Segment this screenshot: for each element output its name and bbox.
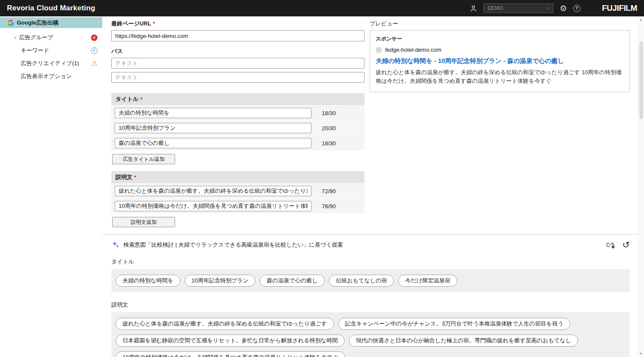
char-counter: 72/90 (322, 188, 336, 194)
sidebar-item-google-ads[interactable]: Google広告出稿 (0, 17, 102, 28)
ad-preview-card: スポンサー fedge-hotel-demo.com 夫婦の特別な時間を - 1… (370, 30, 630, 92)
top-bar: Revoria Cloud Marketing DEMO ∨ ⚙ ? FUJIF… (0, 0, 644, 16)
sponsor-label: スポンサー (376, 35, 624, 43)
title-row: 18/30 (111, 135, 364, 150)
description-input-2[interactable] (115, 201, 311, 211)
suggested-descriptions-label: 説明文 (111, 301, 630, 309)
description-row: 72/90 (111, 183, 364, 198)
sidebar-item-keywords[interactable]: キーワード ✓ (0, 45, 102, 56)
editor-and-preview: 最終ページURL* パス タイトル* 18/30 20/30 (111, 18, 630, 227)
header-actions: DEMO ∨ ⚙ ? FUJIFILM (469, 3, 637, 13)
description-suggestion-chip[interactable]: 10周年の特別価格は今だけ。夫婦関係を見つめ直す森の温泉リトリート体験を今すぐ (116, 351, 345, 357)
required-mark: * (153, 20, 155, 27)
description-input-1[interactable] (115, 186, 311, 196)
required-mark: * (134, 174, 136, 181)
account-select-value: DEMO (487, 5, 503, 11)
path-input-1[interactable] (111, 58, 364, 69)
error-icon: × (91, 34, 97, 41)
description-suggestion-chip[interactable]: 現代の快適さと日本の心が融合した極上の宿。専門職の疲れを癒す至高のおもてなし (349, 335, 578, 347)
char-counter: 76/90 (322, 203, 336, 210)
domain-row: fedge-hotel-demo.com (376, 47, 624, 53)
preview-domain: fedge-hotel-demo.com (385, 47, 441, 53)
title-suggestion-chip[interactable]: 今だけ限定温泉宿 (398, 275, 457, 287)
refresh-icon[interactable]: ↺ (622, 240, 630, 249)
section-divider (102, 234, 638, 235)
sidebar-item-label: Google広告出稿 (17, 19, 59, 27)
add-description-button[interactable]: 説明文追加 (112, 217, 175, 227)
suggested-titles-box: 夫婦の特別な時間を 10周年記念特別プラン 森の温泉で心の癒し 伝統おもてなしの… (111, 269, 630, 292)
title-suggestion-chip[interactable]: 森の温泉で心の癒し (260, 275, 324, 287)
main-content: 最終ページURL* パス タイトル* 18/30 20/30 (102, 16, 638, 357)
sparkle-icon (111, 241, 119, 249)
fujifilm-logo: FUJIFILM (602, 3, 638, 13)
help-icon[interactable]: ? (573, 5, 581, 12)
suggested-titles-label: タイトル (111, 258, 630, 266)
sidebar-item-ad-group[interactable]: ∨ 広告グループ × (0, 32, 102, 43)
title-suggestion-chip[interactable]: 10周年記念特別プラン (185, 275, 255, 287)
final-url-label-text: 最終ページURL (111, 20, 151, 27)
preview-ad-description: 疲れた心と体を森の温泉が癒す。夫婦の絆を深める伝統の和室でゆったり過ごす 10周… (376, 68, 624, 85)
title-rows: 18/30 20/30 18/30 (111, 105, 364, 150)
title-input-1[interactable] (115, 108, 311, 118)
description-suggestion-chip[interactable]: 日本庭園を望む静寂の空間で五感をリセット。多忙な日常から解放される特別な時間 (116, 335, 345, 347)
ad-form: 最終ページURL* パス タイトル* 18/30 20/30 (111, 18, 364, 227)
sidebar: Google広告出稿 ∨ 広告グループ × キーワード ✓ 広告クリエイティブ(… (0, 16, 102, 357)
description-suggestion-chip[interactable]: 疲れた心と体を森の温泉が癒す。夫婦の絆を深める伝統の和室でゆったり過ごす (116, 318, 334, 330)
chevron-down-icon: ∨ (547, 6, 550, 10)
page-body: Google広告出稿 ∨ 広告グループ × キーワード ✓ 広告クリエイティブ(… (0, 16, 644, 357)
suggestion-actions: ↺ (606, 240, 630, 249)
scrollbar-thumb[interactable] (639, 41, 643, 119)
scroll-down-arrow[interactable]: ▼ (639, 352, 643, 356)
account-select[interactable]: DEMO ∨ (484, 3, 553, 13)
description-suggestion-chip[interactable]: 記念キャンペーン中の今がチャンス。3万円台で叶う本格温泉体験で人生の節目を祝う (338, 318, 570, 330)
required-mark: * (140, 96, 142, 103)
title-suggestion-chip[interactable]: 伝統おもてなしの宿 (329, 275, 394, 287)
final-url-label: 最終ページURL* (111, 20, 364, 28)
sidebar-item-label: 広告グループ (19, 34, 53, 41)
app-title: Revoria Cloud Marketing (7, 4, 95, 13)
user-icon[interactable] (469, 4, 478, 13)
preview-panel: プレビュー スポンサー fedge-hotel-demo.com 夫婦の特別な時… (370, 18, 630, 227)
titles-section-label: タイトル (116, 95, 138, 103)
sidebar-item-ad-creative[interactable]: 広告クリエイティブ(1) ⚠ (0, 58, 102, 69)
path-label: パス (111, 47, 364, 55)
warning-icon: ⚠ (91, 60, 97, 67)
title-row: 20/30 (111, 120, 364, 135)
suggestion-heading: 検索意図「比較検討 | 夫婦でリラックスできる高級温泉宿を比較したい」に基づく提… (123, 241, 343, 249)
title-input-2[interactable] (115, 123, 311, 133)
sidebar-item-label: キーワード (21, 47, 49, 54)
link-lock-icon[interactable] (606, 241, 615, 249)
suggestion-header: 検索意図「比較検討 | 夫婦でリラックスできる高級温泉宿を比較したい」に基づく提… (111, 240, 630, 249)
preview-label: プレビュー (370, 20, 630, 28)
description-rows: 72/90 76/90 (111, 183, 364, 213)
add-title-button[interactable]: 広告タイトル追加 (112, 154, 175, 164)
favicon-placeholder (376, 47, 382, 53)
scrollbar[interactable]: ▲ ▼ (638, 16, 644, 357)
title-row: 18/30 (111, 105, 364, 120)
sidebar-item-label: 広告表示オプション (21, 72, 72, 80)
gear-icon[interactable]: ⚙ (559, 4, 567, 13)
titles-section-header: タイトル* (111, 93, 364, 105)
char-counter: 18/30 (322, 140, 336, 147)
chevron-down-icon: ∨ (14, 35, 17, 40)
suggested-descriptions-box: 疲れた心と体を森の温泉が癒す。夫婦の絆を深める伝統の和室でゆったり過ごす 記念キ… (111, 312, 630, 357)
check-icon: ✓ (91, 47, 97, 54)
char-counter: 18/30 (322, 110, 336, 116)
sidebar-item-label: 広告クリエイティブ(1) (21, 60, 79, 67)
final-url-input[interactable] (111, 30, 364, 41)
title-input-3[interactable] (115, 138, 311, 148)
descriptions-section-label: 説明文 (116, 173, 132, 181)
preview-ad-title[interactable]: 夫婦の特別な時間を - 10周年記念特別プラン - 森の温泉で心の癒し (376, 57, 624, 65)
descriptions-section-header: 説明文* (111, 171, 364, 183)
google-icon (8, 20, 14, 26)
title-suggestion-chip[interactable]: 夫婦の特別な時間を (116, 275, 180, 287)
description-row: 76/90 (111, 198, 364, 213)
scroll-up-arrow[interactable]: ▲ (639, 18, 643, 22)
sidebar-item-ad-extensions[interactable]: 広告表示オプション (0, 71, 102, 81)
char-counter: 20/30 (322, 125, 336, 132)
path-input-2[interactable] (111, 72, 364, 83)
